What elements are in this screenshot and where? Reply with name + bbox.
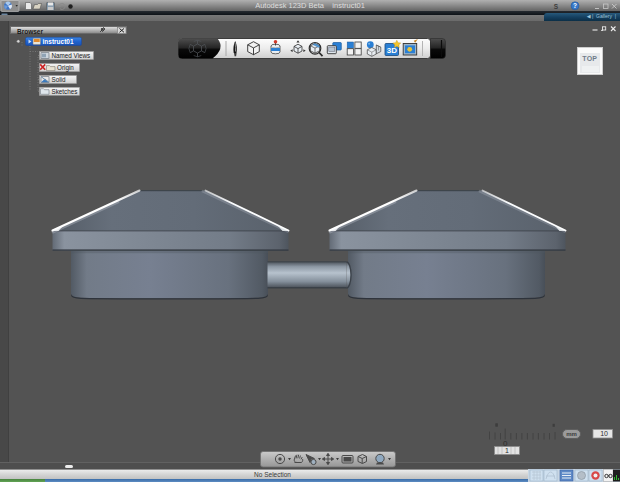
svg-text:?: ? bbox=[573, 2, 577, 9]
svg-text:mm: mm bbox=[566, 431, 577, 437]
svg-text:S: S bbox=[554, 3, 559, 10]
svg-text:1: 1 bbox=[505, 447, 509, 454]
svg-text:10: 10 bbox=[600, 430, 608, 437]
